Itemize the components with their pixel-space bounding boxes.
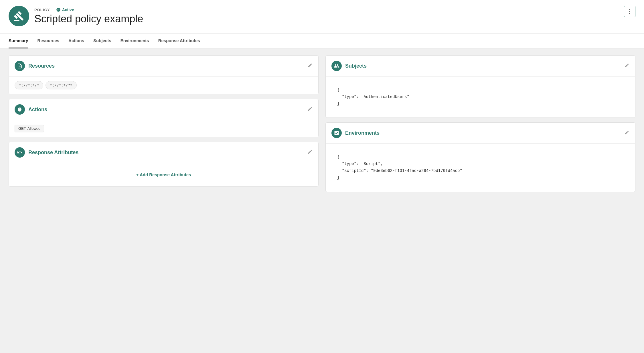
resources-card-body: *://*:*/* *://*:*/?* xyxy=(9,77,318,94)
environments-card-header: Environments xyxy=(326,123,635,144)
actions-card-header-left: Actions xyxy=(15,104,47,115)
page-wrapper: POLICY Active Scripted policy example ⋮ … xyxy=(0,0,644,199)
subjects-card-header-left: Subjects xyxy=(331,61,367,71)
checkmark-circle-icon xyxy=(56,7,61,12)
subjects-card: Subjects { "type": "AuthenticatedUsers" … xyxy=(325,55,635,118)
tab-summary[interactable]: Summary xyxy=(9,34,28,48)
resources-edit-icon[interactable] xyxy=(307,63,313,69)
content-area: Resources *://*:*/* *://*:*/?* xyxy=(0,48,644,199)
environments-edit-icon[interactable] xyxy=(624,130,629,136)
resources-card-title: Resources xyxy=(28,63,55,69)
add-response-attributes-button[interactable]: + Add Response Attributes xyxy=(15,168,313,182)
resources-card-icon xyxy=(15,61,25,71)
right-column: Subjects { "type": "AuthenticatedUsers" … xyxy=(325,55,635,192)
action-badge: GET: Allowed xyxy=(15,125,44,132)
environments-card-icon xyxy=(331,128,342,138)
tab-resources[interactable]: Resources xyxy=(37,34,59,48)
subjects-card-body: { "type": "AuthenticatedUsers" } xyxy=(326,77,635,117)
header-left: POLICY Active Scripted policy example xyxy=(9,6,143,26)
response-attributes-card-icon xyxy=(15,147,25,158)
resource-tag-2: *://*:*/?* xyxy=(46,81,76,89)
resources-tag-list: *://*:*/* *://*:*/?* xyxy=(15,81,313,89)
environments-card-title: Environments xyxy=(345,130,380,136)
header-meta: POLICY Active xyxy=(34,7,143,12)
left-column: Resources *://*:*/* *://*:*/?* xyxy=(9,55,319,192)
actions-card-icon xyxy=(15,104,25,115)
gavel-icon xyxy=(13,11,24,21)
response-attributes-card-header: Response Attributes xyxy=(9,142,318,163)
more-button[interactable]: ⋮ xyxy=(624,6,635,17)
response-attributes-edit-icon[interactable] xyxy=(307,149,313,156)
policy-icon xyxy=(9,6,29,26)
response-attributes-card-body: + Add Response Attributes xyxy=(9,163,318,186)
document-icon xyxy=(17,63,23,69)
checkmark-box-icon xyxy=(334,130,339,136)
subjects-json: { "type": "AuthenticatedUsers" } xyxy=(331,81,629,113)
active-badge: Active xyxy=(56,7,74,12)
subjects-edit-icon[interactable] xyxy=(624,63,629,69)
environments-card: Environments { "type": "Script", "script… xyxy=(325,122,635,192)
actions-card-header: Actions xyxy=(9,99,318,120)
undo-icon xyxy=(17,150,23,155)
actions-card-title: Actions xyxy=(28,107,47,113)
resource-tag-1: *://*:*/* xyxy=(15,81,43,89)
actions-edit-icon[interactable] xyxy=(307,106,313,113)
active-text: Active xyxy=(62,7,74,12)
subjects-card-header: Subjects xyxy=(326,56,635,77)
response-attributes-card: Response Attributes + Add Response Attri… xyxy=(9,142,319,187)
policy-label: POLICY xyxy=(34,8,50,12)
response-attributes-card-title: Response Attributes xyxy=(28,150,78,156)
tab-actions[interactable]: Actions xyxy=(68,34,84,48)
tab-environments[interactable]: Environments xyxy=(120,34,149,48)
environments-json: { "type": "Script", "scriptId": "9de3eb6… xyxy=(331,148,629,187)
actions-icon xyxy=(17,107,23,112)
actions-card-body: GET: Allowed xyxy=(9,120,318,137)
resources-card: Resources *://*:*/* *://*:*/?* xyxy=(9,55,319,94)
tab-response-attributes[interactable]: Response Attributes xyxy=(158,34,200,48)
actions-card: Actions GET: Allowed xyxy=(9,99,319,137)
subjects-card-icon xyxy=(331,61,342,71)
environments-card-body: { "type": "Script", "scriptId": "9de3eb6… xyxy=(326,144,635,191)
header-text: POLICY Active Scripted policy example xyxy=(34,7,143,25)
page-title: Scripted policy example xyxy=(34,13,143,25)
users-icon xyxy=(334,63,339,69)
subjects-card-title: Subjects xyxy=(345,63,367,69)
tab-subjects[interactable]: Subjects xyxy=(93,34,111,48)
environments-card-header-left: Environments xyxy=(331,128,380,138)
header-divider xyxy=(53,7,53,12)
tabs-bar: Summary Resources Actions Subjects Envir… xyxy=(0,34,644,48)
header: POLICY Active Scripted policy example ⋮ xyxy=(0,0,644,34)
response-attributes-card-header-left: Response Attributes xyxy=(15,147,78,158)
resources-card-header-left: Resources xyxy=(15,61,55,71)
resources-card-header: Resources xyxy=(9,56,318,77)
